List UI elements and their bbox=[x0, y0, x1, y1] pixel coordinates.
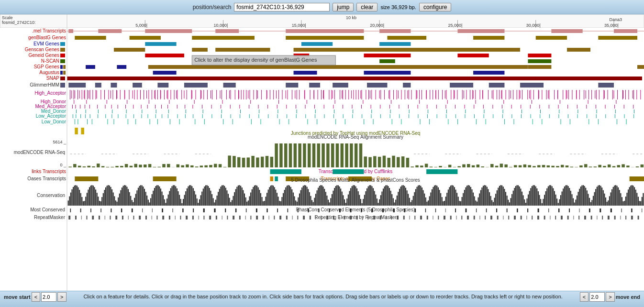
move-start-label: move start bbox=[4, 294, 31, 300]
position-input[interactable] bbox=[234, 3, 330, 11]
footer-instructions: Click on a feature for details. Click or… bbox=[67, 292, 580, 300]
move-end-left-button[interactable]: < bbox=[580, 292, 588, 302]
move-start-left-button[interactable]: < bbox=[32, 292, 40, 302]
genome-browser: position/search jump clear size 36,929 b… bbox=[0, 0, 644, 307]
move-end-right-button[interactable]: > bbox=[606, 292, 614, 302]
header-bar: position/search jump clear size 36,929 b… bbox=[0, 0, 644, 14]
clear-button[interactable]: clear bbox=[356, 3, 378, 11]
move-start-right-button[interactable]: > bbox=[57, 292, 66, 302]
viewer-body bbox=[0, 14, 644, 291]
genome-canvas[interactable] bbox=[0, 14, 644, 291]
move-end-label: move end bbox=[616, 294, 640, 300]
position-label: position/search bbox=[193, 4, 232, 11]
configure-button[interactable]: configure bbox=[419, 3, 451, 11]
jump-button[interactable]: jump bbox=[333, 3, 354, 11]
footer-bar: move start < > Click on a feature for de… bbox=[0, 291, 644, 307]
nav-end-value[interactable] bbox=[589, 292, 605, 302]
nav-left: move start < > bbox=[4, 292, 67, 302]
nav-right: < > move end bbox=[580, 292, 640, 302]
size-text: size 36,929 bp. bbox=[380, 4, 416, 10]
nav-start-value[interactable] bbox=[41, 292, 56, 302]
